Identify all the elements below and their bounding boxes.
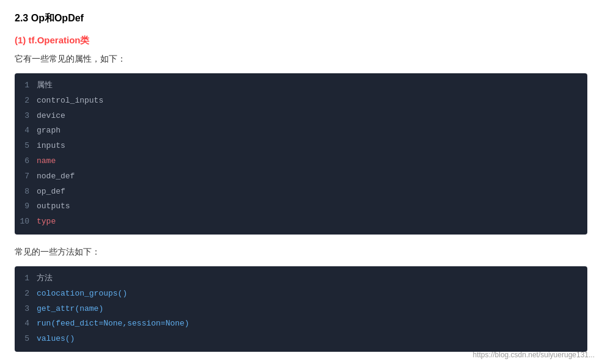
code-line-9: 9 outputs (15, 199, 587, 214)
line-content: name (37, 155, 56, 168)
line-content: control_inputs (37, 95, 103, 107)
line-number: 5 (15, 333, 37, 346)
line-number: 3 (15, 303, 37, 316)
line-content: graph (37, 125, 61, 137)
line-content: inputs (37, 140, 65, 153)
line-number: 1 (15, 272, 37, 285)
section-title: 2.3 Op和OpDef (15, 12, 587, 25)
line-content: run(feed_dict=None,session=None) (37, 318, 189, 330)
code-line-1: 1 属性 (15, 78, 587, 93)
code-line-8: 8 op_def (15, 184, 587, 200)
line-number: 10 (15, 216, 37, 228)
code-line-7: 7 node_def (15, 169, 587, 184)
line-content: node_def (37, 170, 75, 183)
line-content: outputs (37, 200, 70, 213)
code-block-methods: 1 方法 2 colocation_groups() 3 get_attr(na… (15, 266, 587, 352)
code-line-6: 6 name (15, 154, 587, 169)
footer-url: https://blog.csdn.net/suiyueruge131... (473, 351, 595, 359)
code-line-4: 4 graph (15, 123, 587, 139)
line-content: op_def (37, 186, 65, 198)
line-content: 属性 (37, 79, 53, 92)
code-block-attributes: 1 属性 2 control_inputs 3 device 4 graph 5… (15, 73, 587, 235)
line-number: 3 (15, 110, 37, 123)
subsection-title: (1) tf.Operation类 (15, 35, 587, 46)
code-line-m5: 5 values() (15, 332, 587, 347)
line-number: 5 (15, 140, 37, 153)
code-line-10: 10 type (15, 214, 587, 230)
code-line-m4: 4 run(feed_dict=None,session=None) (15, 316, 587, 332)
line-content: type (37, 216, 56, 228)
code-line-m2: 2 colocation_groups() (15, 286, 587, 302)
line-number: 4 (15, 125, 37, 137)
line-number: 6 (15, 155, 37, 168)
line-content: get_attr(name) (37, 303, 103, 316)
line-content: colocation_groups() (37, 288, 127, 300)
line-number: 7 (15, 170, 37, 183)
code-line-m3: 3 get_attr(name) (15, 302, 587, 317)
line-number: 2 (15, 288, 37, 300)
code-line-5: 5 inputs (15, 139, 587, 154)
line-content: 方法 (37, 272, 53, 285)
code-line-m1: 1 方法 (15, 271, 587, 286)
line-number: 8 (15, 186, 37, 198)
code-line-3: 3 device (15, 109, 587, 124)
line-number: 4 (15, 318, 37, 330)
paragraph1: 它有一些常见的属性，如下： (15, 54, 587, 65)
line-number: 9 (15, 200, 37, 213)
line-content: device (37, 110, 65, 123)
code-line-2: 2 control_inputs (15, 93, 587, 109)
line-number: 1 (15, 79, 37, 92)
line-content: values() (37, 333, 75, 346)
paragraph2: 常见的一些方法如下： (15, 247, 587, 258)
line-number: 2 (15, 95, 37, 107)
